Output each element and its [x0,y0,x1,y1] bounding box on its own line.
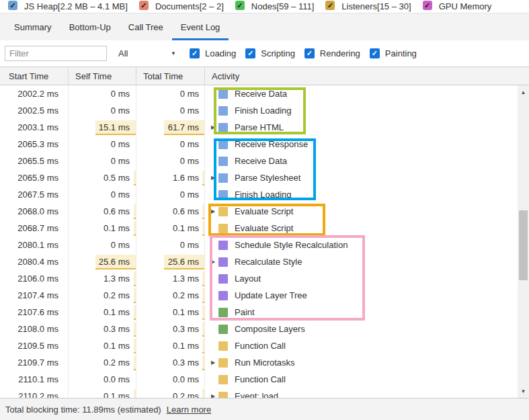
checked-checkbox-icon[interactable]: ✓ [190,48,200,58]
event-category-icon [218,140,228,149]
table-row[interactable]: 2109.5 ms0.1 ms0.1 msFunction Call [0,337,529,354]
event-log-table: 2002.2 ms0 ms0 msReceive Data2002.5 ms0 … [0,85,529,398]
table-row[interactable]: 2002.5 ms0 ms0 msFinish Loading [0,102,529,119]
filter-input[interactable] [5,46,107,61]
cell-activity: Receive Data [205,85,529,102]
cell-activity: Function Call [205,337,529,354]
table-row[interactable]: 2068.7 ms0.1 ms0.1 msEvaluate Script [0,220,529,237]
vertical-scrollbar[interactable]: ▲ ▼ [518,85,529,398]
checked-checkbox-icon[interactable]: ✓ [370,48,380,58]
expand-arrow-icon[interactable]: ▶ [208,388,218,398]
activity-label: Evaluate Script [235,220,293,237]
cell-activity: ▶Parse Stylesheet [205,169,529,186]
table-row[interactable]: 2065.9 ms0.5 ms1.6 ms▶Parse Stylesheet [0,169,529,186]
checked-checkbox-icon[interactable]: ✓ [423,1,432,10]
cell-start-time: 2067.5 ms [0,186,69,203]
cell-activity: Schedule Style Recalculation [205,237,529,253]
counter-item[interactable]: ✓JS Heap[2.2 MB – 4.1 MB] [8,1,128,11]
tab-summary[interactable]: Summary [5,13,60,40]
column-header-total-time[interactable]: Total Time [136,67,205,85]
column-header-self-time[interactable]: Self Time [69,67,136,85]
learn-more-link[interactable]: Learn more [167,405,211,415]
checked-checkbox-icon[interactable]: ✓ [8,1,17,10]
category-checkbox-rendering[interactable]: ✓Rendering [304,48,360,58]
table-row[interactable]: 2068.0 ms0.6 ms0.6 ms▶Evaluate Script [0,203,529,220]
category-checkbox-painting[interactable]: ✓Painting [370,48,417,58]
cell-self-time: 0 ms [69,186,136,203]
counter-item[interactable]: ✓Nodes[59 – 111] [235,1,314,11]
table-row[interactable]: 2080.4 ms25.6 ms25.6 ms▶Recalculate Styl… [0,253,529,270]
time-heat-highlight [134,271,136,286]
cell-self-time: 0.1 ms [69,388,136,398]
column-header-start-time[interactable]: Start Time [0,67,69,85]
table-row[interactable]: 2109.7 ms0.2 ms0.3 ms▶Run Microtasks [0,354,529,371]
cell-start-time-value: 2002.2 ms [17,89,58,99]
time-heat-highlight [202,171,204,185]
cell-start-time-value: 2065.5 ms [17,156,58,166]
counter-label: Documents[2 – 2] [155,1,224,11]
category-checkbox-loading[interactable]: ✓Loading [190,48,236,58]
cell-activity: ▶Run Microtasks [205,354,529,371]
activity-label: Composite Layers [235,321,305,337]
cell-start-time: 2068.7 ms [0,220,69,237]
expand-arrow-icon[interactable]: ▶ [208,354,218,371]
cell-self-time-value: 25.6 ms [99,257,130,267]
category-checkbox-label: Rendering [320,48,360,58]
scrollbar-thumb[interactable] [519,210,528,280]
cell-self-time: 0 ms [69,136,136,153]
duration-filter-dropdown[interactable]: All ▼ [118,48,180,58]
checked-checkbox-icon[interactable]: ✓ [139,1,149,10]
counter-label: JS Heap[2.2 MB – 4.1 MB] [24,1,128,11]
tab-event-log[interactable]: Event Log [172,13,229,40]
cell-self-time-value: 0.5 ms [104,173,130,183]
checked-checkbox-icon[interactable]: ✓ [245,48,255,58]
checked-checkbox-icon[interactable]: ✓ [235,1,245,10]
table-row[interactable]: 2106.0 ms1.3 ms1.3 msLayout [0,270,529,287]
cell-start-time-value: 2002.5 ms [17,106,58,116]
expand-arrow-icon[interactable]: ▶ [208,253,218,270]
table-row[interactable]: 2107.4 ms0.2 ms0.2 msUpdate Layer Tree [0,287,529,304]
cell-total-time: 0.1 ms [136,337,205,354]
cell-total-time-value: 0.2 ms [173,290,199,300]
category-checkbox-label: Painting [385,48,417,58]
table-row[interactable]: 2067.5 ms0 ms0 msFinish Loading [0,186,529,203]
time-heat-highlight [202,288,204,303]
counter-label: GPU Memory [439,1,492,11]
table-row[interactable]: 2065.5 ms0 ms0 msReceive Data [0,153,529,169]
counter-item[interactable]: ✓GPU Memory [423,1,492,11]
table-row[interactable]: 2002.2 ms0 ms0 msReceive Data [0,85,529,102]
checked-checkbox-icon[interactable]: ✓ [304,48,315,58]
cell-start-time: 2109.7 ms [0,354,69,371]
activity-label: Evaluate Script [235,203,293,220]
table-row[interactable]: 2110.2 ms0.1 ms0.2 ms▶Event: load [0,388,529,398]
scroll-down-icon[interactable]: ▼ [518,386,529,396]
cell-self-time: 25.6 ms [69,253,136,270]
checked-checkbox-icon[interactable]: ✓ [325,1,335,10]
cell-self-time-value: 0 ms [111,89,130,99]
table-row[interactable]: 2003.1 ms15.1 ms61.7 ms▶Parse HTML [0,119,529,136]
expand-arrow-icon[interactable]: ▶ [208,203,218,220]
scroll-up-icon[interactable]: ▲ [518,87,529,97]
cell-activity: Evaluate Script [205,220,529,237]
cell-self-time: 1.3 ms [69,270,136,287]
tab-call-tree[interactable]: Call Tree [120,13,172,40]
cell-self-time: 0.1 ms [69,220,136,237]
cell-total-time: 0 ms [136,237,205,253]
cell-total-time: 0 ms [136,153,205,169]
expand-arrow-icon[interactable]: ▶ [208,119,218,136]
event-category-icon [218,241,228,250]
table-row[interactable]: 2108.0 ms0.3 ms0.3 msComposite Layers [0,321,529,337]
cell-self-time-value: 0 ms [111,240,130,250]
activity-label: Parse Stylesheet [235,169,300,186]
table-row[interactable]: 2107.6 ms0.1 ms0.1 msPaint [0,304,529,321]
table-row[interactable]: 2065.3 ms0 ms0 msReceive Response [0,136,529,153]
counter-item[interactable]: ✓Listeners[15 – 30] [325,1,411,11]
table-row[interactable]: 2110.1 ms0.0 ms0.0 msFunction Call [0,371,529,388]
column-header-activity[interactable]: Activity [205,67,529,85]
tab-bottom-up[interactable]: Bottom-Up [60,13,120,40]
event-category-icon [218,190,228,200]
table-row[interactable]: 2080.1 ms0 ms0 msSchedule Style Recalcul… [0,237,529,253]
expand-arrow-icon[interactable]: ▶ [208,169,218,186]
counter-item[interactable]: ✓Documents[2 – 2] [139,1,224,11]
category-checkbox-scripting[interactable]: ✓Scripting [245,48,295,58]
